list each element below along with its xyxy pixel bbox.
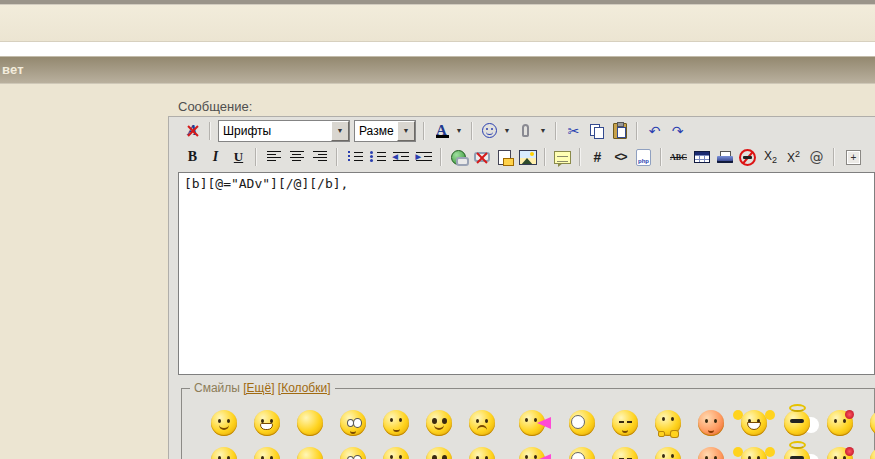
smiley-smile[interactable]: [202, 447, 245, 459]
hash-icon: #: [594, 149, 602, 165]
outdent-button[interactable]: ◀: [390, 147, 411, 168]
smiley-rose[interactable]: [818, 447, 861, 459]
smiley-smile[interactable]: [202, 410, 245, 436]
smiley-rose-icon: [827, 447, 853, 459]
insert-at-button[interactable]: @: [806, 147, 827, 168]
smiley-icon: [482, 123, 497, 138]
smiley-blush[interactable]: [689, 410, 732, 436]
insert-hash-button[interactable]: #: [587, 147, 608, 168]
font-color-button[interactable]: A: [431, 120, 452, 141]
subscript-button[interactable]: X2: [760, 147, 781, 168]
smiley-wideeyes[interactable]: [417, 410, 460, 436]
smiley-blush[interactable]: [689, 447, 732, 459]
smiley-rose[interactable]: [818, 410, 861, 436]
insert-code-button[interactable]: <>: [610, 147, 631, 168]
size-select[interactable]: Разме ▼: [354, 120, 416, 142]
copy-button[interactable]: [586, 120, 607, 141]
smilies-kolobki-link[interactable]: [Колобки]: [278, 381, 331, 395]
smiley-grin[interactable]: [245, 447, 288, 459]
redo-button[interactable]: ↷: [667, 120, 688, 141]
indent-button[interactable]: ▶: [413, 147, 434, 168]
smiley-monocle[interactable]: [560, 410, 603, 436]
quote-button[interactable]: [552, 147, 573, 168]
smiley-sad[interactable]: [460, 447, 503, 459]
quote-icon: [554, 151, 571, 164]
insert-email-button[interactable]: [494, 147, 515, 168]
insert-php-button[interactable]: php: [633, 147, 654, 168]
attach-file-button[interactable]: [515, 120, 536, 141]
smiley-peek-icon: [655, 410, 681, 436]
disable-smilies-button[interactable]: [737, 147, 758, 168]
smiley-eatplane[interactable]: [503, 410, 560, 436]
smiley-laugh[interactable]: [861, 447, 875, 459]
smiley-rolleyes[interactable]: [331, 447, 374, 459]
align-left-button[interactable]: [263, 147, 284, 168]
insert-link-button[interactable]: [448, 147, 469, 168]
size-select-value: Разме: [355, 124, 397, 138]
smiley-laugh[interactable]: [861, 410, 875, 436]
smiley-cheer[interactable]: [732, 447, 775, 459]
paste-button[interactable]: [609, 120, 630, 141]
expand-toolbar-button[interactable]: +: [846, 150, 861, 165]
smiley-wideeyes-icon: [426, 410, 452, 436]
smiley-peek[interactable]: [646, 410, 689, 436]
smiley-grin[interactable]: [245, 410, 288, 436]
smiley-sleep[interactable]: [603, 447, 646, 459]
bold-button[interactable]: B: [182, 147, 203, 168]
smiley-angel[interactable]: [775, 447, 818, 459]
chevron-down-icon[interactable]: ▼: [397, 121, 415, 141]
section-title: вет: [0, 62, 24, 77]
font-select[interactable]: Шрифты ▼: [218, 120, 350, 142]
smiley-monocle[interactable]: [560, 447, 603, 459]
smiley-dropdown-arrow[interactable]: ▼: [501, 120, 513, 141]
underline-button[interactable]: U: [228, 147, 249, 168]
top-beige-band: [0, 5, 875, 42]
separator: [555, 122, 557, 140]
chevron-down-icon[interactable]: ▼: [331, 121, 349, 141]
undo-button[interactable]: ↶: [644, 120, 665, 141]
remove-link-button[interactable]: [471, 147, 492, 168]
remove-format-button[interactable]: A: [182, 120, 203, 141]
insert-smiley-button[interactable]: [479, 120, 500, 141]
attach-dropdown-arrow[interactable]: ▼: [537, 120, 549, 141]
smiley-thinking[interactable]: [374, 410, 417, 436]
print-button[interactable]: [714, 147, 735, 168]
smiley-peek[interactable]: [646, 447, 689, 459]
remove-link-icon: [474, 152, 490, 162]
unordered-list-button[interactable]: [367, 147, 388, 168]
smiley-angel[interactable]: [775, 410, 818, 436]
smiley-ball[interactable]: [288, 410, 331, 436]
font-color-dropdown-arrow[interactable]: ▼: [453, 120, 465, 141]
align-right-button[interactable]: [309, 147, 330, 168]
smiley-cheer-icon: [741, 447, 767, 459]
cut-button[interactable]: ✂: [563, 120, 584, 141]
toolbar-row-2: B I U ◀ ▶: [169, 144, 875, 170]
smilies-more-link[interactable]: [Ещё]: [243, 381, 274, 395]
italic-icon: I: [213, 149, 218, 165]
align-center-button[interactable]: [286, 147, 307, 168]
insert-image-button[interactable]: [517, 147, 538, 168]
smiley-cheer[interactable]: [732, 410, 775, 436]
ordered-list-button[interactable]: [344, 147, 365, 168]
redo-icon: ↷: [672, 123, 684, 139]
italic-button[interactable]: I: [205, 147, 226, 168]
remove-format-icon: A: [187, 122, 197, 139]
table-icon: [694, 151, 710, 163]
smiley-wideeyes[interactable]: [417, 447, 460, 459]
separator: [579, 148, 581, 166]
strikethrough-button[interactable]: ABC: [668, 147, 689, 168]
outdent-icon: ◀: [393, 151, 409, 163]
insert-table-button[interactable]: [691, 147, 712, 168]
smiley-sad[interactable]: [460, 410, 503, 436]
separator: [660, 148, 662, 166]
smiley-eatplane[interactable]: [503, 447, 560, 459]
smiley-monocle-icon: [569, 447, 595, 459]
smiley-thinking[interactable]: [374, 447, 417, 459]
superscript-button[interactable]: X2: [783, 147, 804, 168]
smiley-sleep[interactable]: [603, 410, 646, 436]
smiley-rolleyes[interactable]: [331, 410, 374, 436]
unordered-list-icon: [370, 151, 386, 163]
copy-icon: [590, 124, 604, 138]
message-textarea[interactable]: [b][@="ADv"][/@][/b],: [178, 172, 875, 375]
smiley-ball[interactable]: [288, 447, 331, 459]
